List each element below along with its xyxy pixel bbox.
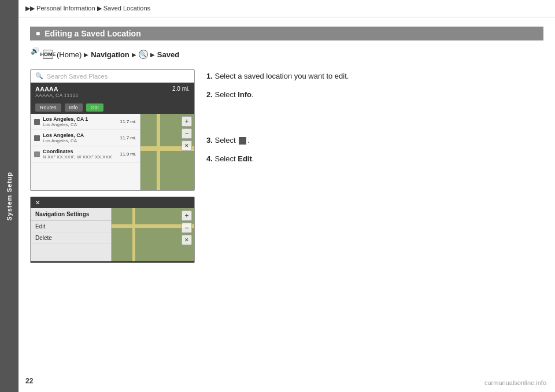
search-circle-icon: 🔍 xyxy=(139,50,148,59)
step-2: 2. Select Info. xyxy=(206,89,543,101)
instructions-col: 1. Select a saved location you want to e… xyxy=(206,69,543,263)
home-text: (Home) xyxy=(57,50,82,59)
step-4: 4. Select Edit. xyxy=(206,153,543,165)
route-buttons: Routes Info Go! xyxy=(31,101,194,114)
list-item-dist: 11.7 mi. xyxy=(120,119,136,124)
search-placeholder: Search Saved Places xyxy=(47,73,108,80)
step-3: 3. Select . xyxy=(206,135,543,146)
menu-title: Navigation Settings xyxy=(31,208,111,221)
zoom-out-button[interactable]: − xyxy=(182,128,192,139)
menu-item-delete[interactable]: Delete xyxy=(31,232,111,244)
step-4-text: Select Edit. xyxy=(214,154,254,163)
close-icon[interactable]: ✕ xyxy=(35,199,40,206)
breadcrumb-part1: Personal Information xyxy=(36,5,95,12)
step-4-number: 4. xyxy=(206,154,213,163)
list-item-name: Los Angeles, CA xyxy=(43,132,117,138)
list-item-dist: 11.7 mi. xyxy=(120,135,136,140)
breadcrumb-bar: ▶▶ Personal Information ▶ Saved Location… xyxy=(18,0,555,17)
section-title: Editing a Saved Location xyxy=(45,29,140,38)
sidebar: System Setup xyxy=(0,0,18,392)
breadcrumb-arrow2: ▶ xyxy=(97,5,102,12)
map-panel: + − ✕ xyxy=(140,114,194,191)
home-icon: HOME xyxy=(43,50,53,59)
breadcrumb-part2: Saved Locations xyxy=(103,5,150,12)
step-3-number: 3. xyxy=(206,136,213,145)
sidebar-label: System Setup xyxy=(6,172,13,221)
list-item-dist: 11.9 mi. xyxy=(120,151,136,157)
zoom-out-button2[interactable]: − xyxy=(182,223,192,233)
search-icon: 🔍 xyxy=(35,72,43,80)
map-controls: + − ✕ xyxy=(182,116,192,151)
section-header: Editing a Saved Location xyxy=(30,27,543,40)
list-item-addr: Los Angeles, CA xyxy=(43,122,117,127)
nav-arrow3: ▶ xyxy=(150,51,155,58)
navigation-label: Navigation xyxy=(91,50,129,59)
map-action-button[interactable]: ✕ xyxy=(182,140,192,151)
menu-content: Navigation Settings Edit Delete + − ✕ xyxy=(31,208,194,261)
step-1-text: Select a saved location you want to edit… xyxy=(214,72,349,80)
screen2: ✕ Navigation Settings Edit Delete + − xyxy=(30,197,195,263)
menu-panel: Navigation Settings Edit Delete xyxy=(31,208,112,261)
menu-item-edit[interactable]: Edit xyxy=(31,221,111,232)
person-icon: 🔊 xyxy=(30,46,39,56)
menu-header: ✕ xyxy=(31,197,194,208)
menu-icon xyxy=(239,137,246,145)
list-item-text: Los Angeles, CA 1 Los Angeles, CA xyxy=(43,116,117,127)
content-row: 🔍 Search Saved Places AAAAA AAAAA, CA 11… xyxy=(30,69,543,263)
step-1: 1. Select a saved location you want to e… xyxy=(206,71,543,82)
list-item[interactable]: Los Angeles, CA Los Angeles, CA 11.7 mi. xyxy=(31,130,140,146)
nav-arrow2: ▶ xyxy=(132,51,136,58)
menu-map: + − ✕ xyxy=(112,208,194,261)
step-3-text: Select . xyxy=(214,136,249,145)
list-item[interactable]: Coordinates N XX° XX.XXX', W XXX° XX.XXX… xyxy=(31,146,140,162)
map-road-vertical xyxy=(157,114,160,191)
list-icon xyxy=(34,151,40,157)
list-item-text: Coordinates N XX° XX.XXX', W XXX° XX.XXX… xyxy=(43,149,117,160)
list-item-name: Coordinates xyxy=(43,149,117,154)
list-icon xyxy=(34,119,40,125)
search-bar: 🔍 Search Saved Places xyxy=(31,70,194,83)
screenshots-col: 🔍 Search Saved Places AAAAA AAAAA, CA 11… xyxy=(30,69,195,263)
map-action-button2[interactable]: ✕ xyxy=(182,235,192,245)
nav-arrow1: ▶ xyxy=(84,51,88,58)
dest-info: AAAAA AAAAA, CA 11111 xyxy=(35,86,79,98)
list-panel: Los Angeles, CA 1 Los Angeles, CA 11.7 m… xyxy=(31,114,140,191)
list-icon xyxy=(34,135,40,141)
main-content: Editing a Saved Location 🔊 HOME (Home) ▶… xyxy=(18,17,555,392)
routes-button[interactable]: Routes xyxy=(35,103,61,112)
go-button[interactable]: Go! xyxy=(86,103,104,112)
watermark: carmanualsonline.info xyxy=(484,379,546,386)
nav-path: 🔊 HOME (Home) ▶ Navigation ▶ 🔍 ▶ Saved xyxy=(30,46,543,62)
list-item-addr: Los Angeles, CA xyxy=(43,138,117,143)
step-2-number: 2. xyxy=(206,90,213,99)
list-item-addr: N XX° XX.XXX', W XXX° XX.XXX' xyxy=(43,154,117,160)
map-list-area: Los Angeles, CA 1 Los Angeles, CA 11.7 m… xyxy=(31,114,194,191)
dest-sub: AAAAA, CA 11111 xyxy=(35,93,79,98)
menu-map-controls: + − ✕ xyxy=(182,210,192,245)
page-number: 22 xyxy=(25,377,33,385)
breadcrumb: ▶▶ Personal Information ▶ Saved Location… xyxy=(25,5,150,12)
step-1-number: 1. xyxy=(206,72,213,80)
dest-header: AAAAA AAAAA, CA 11111 2.0 mi. xyxy=(31,83,194,101)
zoom-in-button2[interactable]: + xyxy=(182,210,192,221)
zoom-in-button[interactable]: + xyxy=(182,116,192,127)
dest-dist: 2.0 mi. xyxy=(172,86,190,92)
breadcrumb-arrow1: ▶▶ xyxy=(25,5,35,12)
info-button[interactable]: Info xyxy=(65,103,83,112)
step-2-text: Select Info. xyxy=(214,90,253,99)
list-item-name: Los Angeles, CA 1 xyxy=(43,116,117,122)
list-item-text: Los Angeles, CA Los Angeles, CA xyxy=(43,132,117,143)
screen1: 🔍 Search Saved Places AAAAA AAAAA, CA 11… xyxy=(30,69,195,191)
list-item[interactable]: Los Angeles, CA 1 Los Angeles, CA 11.7 m… xyxy=(31,114,140,130)
dest-name: AAAAA xyxy=(35,86,79,93)
saved-label: Saved xyxy=(157,50,179,59)
